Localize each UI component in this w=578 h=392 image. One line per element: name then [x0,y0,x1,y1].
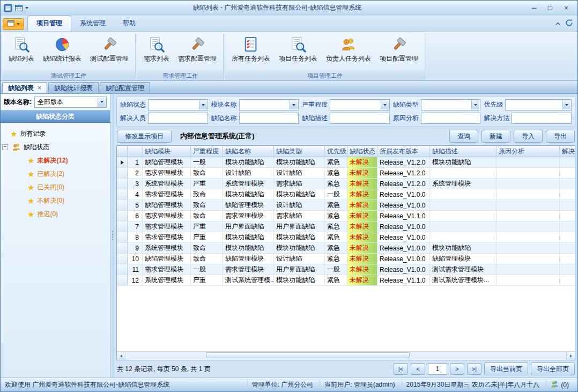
ribbon-button[interactable]: 需求列表 [139,35,174,64]
chevron-down-icon[interactable] [562,100,570,109]
tree-item[interactable]: ★推迟(0) [3,208,108,221]
ribbon-button[interactable]: 项目任务列表 [275,35,322,64]
chevron-down-icon[interactable] [471,100,479,109]
grid-empty-area [117,286,575,351]
tree-item[interactable]: ★已解决(2) [3,167,108,181]
column-header[interactable]: 解决方法 [560,146,575,157]
table-row[interactable]: 9系统管理模块致命模块功能缺陷模块功能缺陷紧急未解决Release_V1.0.0… [117,243,575,254]
page-number-input[interactable] [428,363,447,375]
horizontal-scrollbar[interactable] [117,351,575,360]
tree-item[interactable]: −缺陷状态 [3,140,108,154]
scrollbar-track[interactable] [125,352,566,360]
prev-page-button[interactable]: < [411,363,425,375]
ribbon-button[interactable]: 测试配置管理 [86,35,133,64]
column-header[interactable]: 缺陷描述 [430,146,497,157]
column-header[interactable]: 缺陷状态 [347,146,377,157]
close-tab-icon[interactable]: × [38,84,41,92]
filter-input[interactable] [421,113,481,124]
date-text: 2015年9月30日星期三 农历乙未[羊]年八月十八 [402,380,544,389]
first-page-button[interactable]: |< [394,363,408,375]
tree-item[interactable]: ★不解决(0) [3,194,108,208]
next-page-button[interactable]: > [450,363,464,375]
maximize-button[interactable]: □ [542,2,558,13]
row-number: 11 [128,264,143,275]
filter-dropdown[interactable] [505,99,572,110]
last-page-button[interactable]: >| [467,363,481,375]
column-header[interactable]: 原因分析 [497,146,560,157]
filter-dropdown[interactable] [421,99,481,110]
table-cell [560,232,575,243]
document-tab[interactable]: 缺陷配置管理 [100,82,150,93]
table-row[interactable]: 2需求管理模块致命设计缺陷设计缺陷紧急未解决Release_V1.2.0 [117,168,575,179]
filter-dropdown[interactable] [330,99,390,110]
table-row[interactable]: 3系统管理模块严重系统管理模块需求缺陷紧急未解决Release_V1.2.0系统… [117,179,575,189]
export-all-pages-button[interactable]: 导出全部页 [531,363,575,375]
ribbon-button[interactable]: 需求配置管理 [174,35,221,64]
query-button[interactable]: 查询 [449,130,478,143]
table-row[interactable]: 10缺陷管理模块致命缺陷管理模块设计缺陷紧急未解决Release_V1.0.0缺… [117,254,575,264]
ribbon-button[interactable]: 缺陷统计报表 [39,35,86,64]
modify-display-button[interactable]: 修改显示项目 [117,130,172,143]
table-row[interactable]: 7需求管理模块严重用户界面缺陷用户界面缺陷紧急未解决Release_V1.0.0 [117,221,575,232]
scroll-left-icon[interactable] [117,352,125,360]
column-header[interactable]: 所属发布版本 [377,146,430,157]
column-header[interactable]: 优先级 [325,146,347,157]
table-row[interactable]: 5缺陷管理模块致命缺陷管理模块设计缺陷紧急未解决Release_V1.0.0 [117,200,575,211]
table-cell: 模块功能缺陷 [274,189,325,200]
ribbon-button-label: 负责人任务列表 [326,54,371,63]
import-button[interactable]: 导入 [514,130,543,143]
ribbon-group: 所有任务列表项目任务列表负责人任务列表项目配置管理项目管理工作 [225,33,425,80]
ribbon-group: 需求列表需求配置管理需求管理工作 [137,33,224,80]
ribbon-button[interactable]: 项目配置管理 [375,35,423,64]
document-tab[interactable]: 缺陷列表× [2,82,47,93]
ribbon-button-label: 项目任务列表 [279,54,317,63]
refresh-icon[interactable] [565,19,573,28]
app-menu-button[interactable] [3,18,24,30]
table-row[interactable]: 12系统管理模块严重测试系统管理模...模块功能缺陷紧急未解决Release_V… [117,275,575,286]
quick-access-dropdown-icon[interactable] [25,7,28,9]
filter-dropdown[interactable] [148,99,208,110]
document-tab[interactable]: 缺陷统计报表 [48,82,99,93]
filter-dropdown[interactable] [239,99,299,110]
minimize-button[interactable]: ─ [526,2,542,13]
ribbon-button[interactable]: 所有任务列表 [227,35,275,64]
ribbon-tab[interactable]: 系统管理 [71,16,114,31]
table-row[interactable]: 4需求管理模块致命模块功能缺陷模块功能缺陷一般未解决Release_V1.0.0 [117,189,575,200]
ribbon-tab[interactable]: 项目管理 [27,16,71,31]
splitter[interactable] [110,94,114,378]
scrollbar-thumb[interactable] [206,352,410,358]
ribbon-button[interactable]: 负责人任务列表 [322,35,375,64]
tree-item[interactable]: ★所有记录 [3,127,108,140]
scroll-right-icon[interactable] [566,352,575,360]
export-button[interactable]: 导出 [546,130,575,143]
table-row[interactable]: 8需求管理模块严重模块功能缺陷模块功能缺陷紧急未解决Release_V1.0.0 [117,232,575,243]
table-row[interactable]: 11需求管理模块一般需求管理模块用户界面缺陷一般未解决Release_V1.0.… [117,264,575,275]
ribbon-tab[interactable]: 帮助 [114,16,144,31]
filter-input[interactable] [330,113,390,124]
filter-input[interactable] [148,113,208,124]
filter-input[interactable] [512,113,572,124]
table-row[interactable]: 1缺陷管理模块一般模块功能缺陷模块功能缺陷紧急未解决Release_V1.2.0… [117,157,575,168]
chevron-down-icon[interactable] [199,100,207,109]
tree-item[interactable]: ★未解决(12) [3,154,108,167]
column-header[interactable]: 缺陷名称 [223,146,274,157]
tree-item[interactable]: ★已关闭(0) [3,181,108,194]
close-button[interactable]: × [558,2,574,13]
table-row[interactable]: 6需求管理模块致命需求管理模块需求缺陷紧急未解决Release_V1.1.0 [117,211,575,221]
chevron-down-icon[interactable] [381,100,389,109]
filter-field: 缺陷描述 [302,113,390,124]
table-cell: 缺陷管理模块 [143,157,191,168]
filter-input[interactable] [239,113,299,124]
column-header[interactable]: 缺陷模块 [143,146,191,157]
collapse-ribbon-icon[interactable] [555,20,561,27]
quick-access-table-icon[interactable] [14,4,23,12]
chevron-down-icon[interactable] [98,98,106,107]
column-header[interactable]: 严重程度 [191,146,223,157]
new-button[interactable]: 新建 [481,130,510,143]
ribbon-button[interactable]: 缺陷列表 [4,35,39,64]
export-current-page-button[interactable]: 导出当前页 [484,363,528,375]
version-select[interactable]: 全部版本 [34,97,107,108]
chevron-down-icon[interactable] [290,100,298,109]
column-header[interactable]: 缺陷类型 [274,146,325,157]
collapse-icon[interactable]: − [2,144,8,150]
